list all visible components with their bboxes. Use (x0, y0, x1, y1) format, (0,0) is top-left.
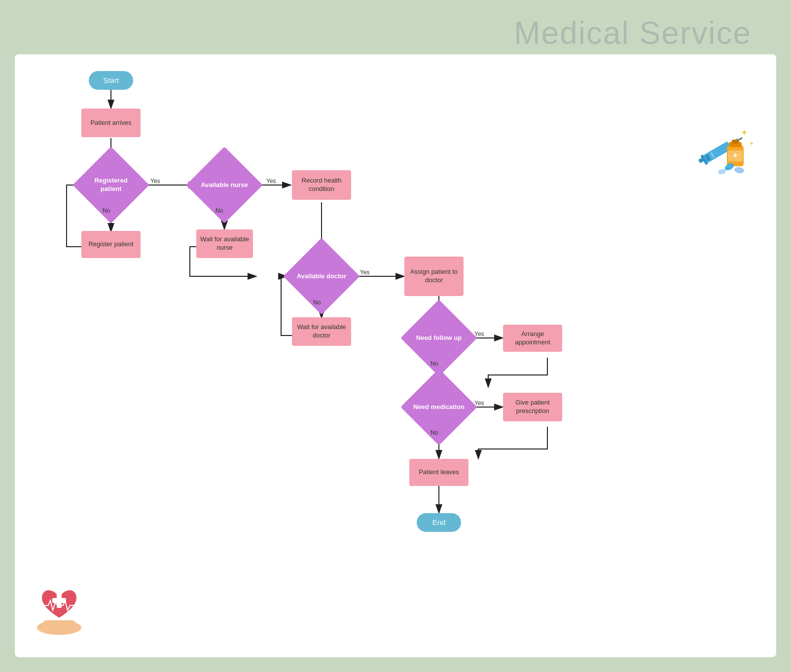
label-yes-registered: Yes (150, 178, 160, 185)
svg-text:✦: ✦ (749, 140, 754, 147)
label-no-doctor: No (313, 299, 321, 306)
end-node: End (417, 513, 461, 532)
start-node: Start (89, 71, 133, 90)
arrows-svg (15, 54, 776, 657)
svg-point-30 (718, 168, 726, 175)
medical-decoration: + ✦ ✦ (687, 123, 756, 183)
flowchart-canvas: Start Patient arrives Registered patient… (15, 54, 776, 657)
assign-doctor-node: Assign patient to doctor (404, 257, 464, 296)
give-prescription-node: Give patient prescription (503, 393, 562, 421)
need-medication-node: Need medication (412, 380, 466, 434)
label-yes-nurse: Yes (266, 178, 276, 185)
heart-decoration (30, 583, 89, 637)
wait-doctor-node: Wait for available doctor (292, 317, 351, 346)
label-no-follow: No (431, 360, 438, 367)
label-yes-doctor: Yes (360, 269, 370, 276)
page-title: Medical Service (514, 15, 752, 51)
patient-leaves-node: Patient leaves (409, 459, 468, 486)
arrange-appointment-node: Arrange appointment (503, 325, 562, 352)
label-no-registered: No (103, 207, 110, 214)
label-no-nurse: No (216, 207, 223, 214)
svg-text:✦: ✦ (741, 128, 748, 138)
available-nurse-node: Available nurse (197, 158, 252, 212)
svg-text:+: + (733, 151, 737, 159)
label-yes-follow: Yes (474, 331, 484, 337)
need-follow-node: Need follow up (412, 311, 466, 365)
svg-rect-25 (732, 140, 739, 144)
label-yes-medication: Yes (474, 400, 484, 407)
patient-arrives-node: Patient arrives (81, 109, 141, 137)
registered-patient-node: Registered patient (84, 158, 138, 212)
label-no-medication: No (431, 429, 438, 436)
record-health-node: Record health condition (292, 170, 351, 200)
available-doctor-node: Available doctor (294, 249, 349, 303)
svg-point-29 (734, 166, 745, 174)
svg-rect-34 (42, 620, 76, 630)
wait-nurse-node: Wait for available nurse (196, 229, 253, 258)
register-patient-node: Register patient (81, 231, 141, 258)
